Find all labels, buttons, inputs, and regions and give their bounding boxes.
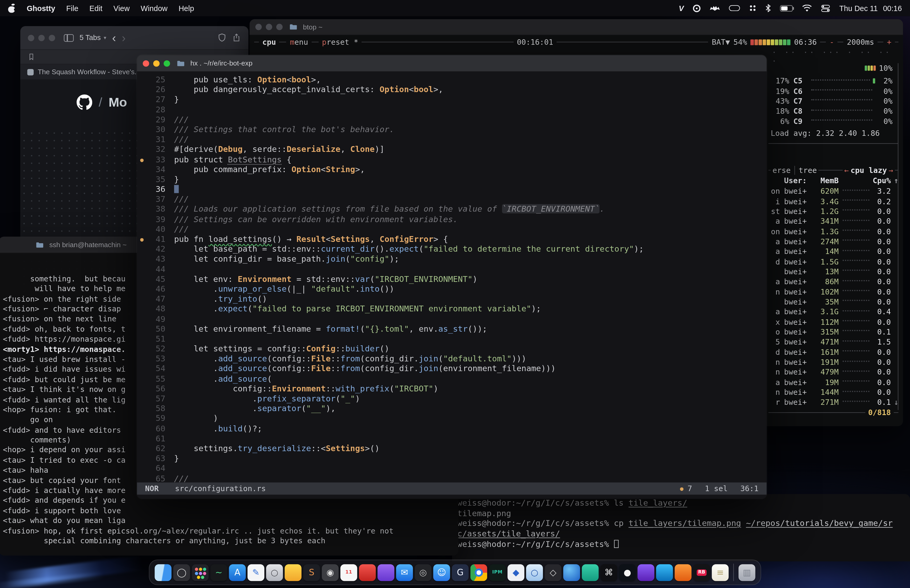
code-line[interactable]: 38/// Loads our application settings fro… xyxy=(137,204,766,214)
process-row[interactable]: nbwei+102M0.0 xyxy=(768,287,899,297)
dock-icon-dark-disc-app[interactable]: ◎ xyxy=(415,564,432,581)
dock-icon-dark-ring-app[interactable]: ◯ xyxy=(173,564,190,581)
dock-icon-teal-app[interactable] xyxy=(582,564,599,581)
code-line[interactable]: 49 xyxy=(137,314,766,324)
shell-lines[interactable]: weiss@hodor:~/r/g/I/c/s/assets% ls tile_… xyxy=(452,494,910,554)
dock-icon-rb-app[interactable]: RB xyxy=(693,564,710,581)
menu-view[interactable]: View xyxy=(113,4,130,12)
process-row[interactable]: xbwei+112M0.0 xyxy=(768,317,899,327)
dock-icon-trash[interactable]: ▥ xyxy=(739,564,755,581)
code-line[interactable]: 45 let env: Environment = std::env::var(… xyxy=(137,274,766,284)
dock-icon-finder[interactable] xyxy=(155,564,171,581)
code-line[interactable]: 48 .expect("failed to parse IRCBOT_ENVIR… xyxy=(137,304,766,314)
menubar-clock[interactable]: Thu Dec 1100:16 xyxy=(839,4,902,12)
capsule-icon[interactable] xyxy=(729,5,740,11)
process-row[interactable]: dbwei+1.5G0.0 xyxy=(768,257,899,267)
dock-icon-launchpad[interactable] xyxy=(192,564,209,581)
close-button[interactable] xyxy=(28,34,34,41)
dock-icon-white-diamond-app[interactable]: ◆ xyxy=(508,564,524,581)
logo-v-icon[interactable]: V xyxy=(679,4,684,12)
forward-button[interactable]: › xyxy=(122,34,126,42)
tab-title[interactable]: The Squash Workflow - Steve's... xyxy=(38,68,141,76)
record-icon[interactable] xyxy=(693,5,701,12)
dock-icon-ipm-app[interactable]: IPM xyxy=(489,564,506,581)
btop-preset-button[interactable]: preset * xyxy=(322,38,358,46)
active-app-name[interactable]: Ghostty xyxy=(27,4,55,12)
process-row[interactable]: obwei+315M0.1 xyxy=(768,327,899,337)
code-line[interactable]: 37/// xyxy=(137,194,766,205)
code-line[interactable]: 53 .add_source(config::File::from(config… xyxy=(137,354,766,364)
code-line[interactable]: 30/// Settings that control the bot's be… xyxy=(137,125,766,135)
dock-icon-appstore[interactable]: A xyxy=(229,564,246,581)
code-line[interactable]: 40/// xyxy=(137,224,766,234)
minimize-button[interactable] xyxy=(38,34,45,41)
bluetooth-icon[interactable] xyxy=(766,4,771,12)
interval-plus-button[interactable]: + xyxy=(887,38,891,46)
close-button[interactable] xyxy=(255,24,262,30)
process-row[interactable]: abwei+341M0.0 xyxy=(768,216,899,226)
code-line[interactable]: ●33pub struct BotSettings { xyxy=(137,155,766,165)
process-row[interactable]: abwei+3.1G0.4 xyxy=(768,307,899,317)
process-row[interactable]: ibwei+3.4G0.2 xyxy=(768,196,899,206)
apple-menu-icon[interactable] xyxy=(8,3,16,13)
code-line[interactable]: 56 config::Environment::with_prefix("IRC… xyxy=(137,384,766,394)
code-line[interactable]: 46 .unwrap_or_else(|_| "default".into()) xyxy=(137,284,766,294)
dock-icon-violet-app[interactable] xyxy=(637,564,654,581)
btop-box-label-cpu[interactable]: cpu xyxy=(262,38,276,46)
process-row[interactable]: rbwei+271M0.1↓ xyxy=(768,397,899,407)
zoom-button[interactable] xyxy=(49,34,55,41)
code-line[interactable]: 54 .add_source(config::File::from(config… xyxy=(137,364,766,374)
scroll-up-icon[interactable]: ↑ xyxy=(891,176,899,185)
code-line[interactable]: 52 let settings = config::Config::builde… xyxy=(137,344,766,354)
code-line[interactable]: 42 let base_path = std::env::current_dir… xyxy=(137,244,766,254)
dock-icon-calendar[interactable]: 11 xyxy=(341,564,357,581)
code-line[interactable]: 43 let config_dir = base_path.join("conf… xyxy=(137,254,766,264)
tab-tree[interactable]: tree xyxy=(798,166,817,174)
code-area[interactable]: 25 pub use_tls: Option<bool>,26 pub dang… xyxy=(137,75,766,483)
dock-icon-facetime[interactable]: ☺ xyxy=(433,564,450,581)
minimize-button[interactable] xyxy=(266,24,272,30)
zoom-button[interactable] xyxy=(164,60,170,66)
code-line[interactable]: 25 pub use_tls: Option<bool>, xyxy=(137,75,766,85)
process-row[interactable]: nbwei+479M0.0 xyxy=(768,367,899,377)
code-line[interactable]: 31/// xyxy=(137,134,766,144)
process-row[interactable]: nbwei+191M0.0 xyxy=(768,357,899,367)
code-line[interactable]: 62 settings.try_deserialize::<Settings>(… xyxy=(137,444,766,454)
code-line[interactable]: 57 .prefix_separator("_") xyxy=(137,394,766,404)
zoom-button[interactable] xyxy=(276,24,283,30)
dock-icon-purple-app[interactable] xyxy=(378,564,394,581)
column-memb[interactable]: MemB xyxy=(813,176,839,185)
dock-icon-red-app[interactable] xyxy=(359,564,376,581)
code-line[interactable]: 35} xyxy=(137,174,766,184)
wifi-icon[interactable] xyxy=(802,5,812,12)
dock-icon-orange-app[interactable] xyxy=(675,564,692,581)
interval-minus-button[interactable]: - xyxy=(829,38,834,46)
shield-icon[interactable] xyxy=(218,33,226,42)
dock-icon-command-app[interactable]: ⌘ xyxy=(600,564,617,581)
menu-help[interactable]: Help xyxy=(178,4,194,12)
process-row[interactable]: onbwei+620M3.2 xyxy=(768,186,899,196)
dock-icon-hexagon-app[interactable]: ◇ xyxy=(545,564,562,581)
dock-icon-dark-s-app[interactable]: S xyxy=(303,564,320,581)
process-row[interactable]: stbwei+1.2G0.0 xyxy=(768,206,899,216)
dock-icon-mail[interactable]: ✉ xyxy=(396,564,413,581)
bookmark-icon[interactable] xyxy=(28,53,35,61)
code-line[interactable]: 39/// Settings can be overridden with en… xyxy=(137,214,766,224)
process-row[interactable]: abwei+274M0.0 xyxy=(768,236,899,246)
tab-reverse[interactable]: erse xyxy=(773,166,791,174)
share-icon[interactable] xyxy=(232,33,241,42)
column-user[interactable]: User: xyxy=(780,176,813,185)
code-line[interactable]: 59 ) xyxy=(137,414,766,424)
process-row[interactable]: abwei+19M0.0 xyxy=(768,377,899,387)
back-button[interactable]: ‹ xyxy=(112,34,116,42)
dock-icon-chrome[interactable] xyxy=(470,564,487,581)
code-line[interactable]: 47 .try_into() xyxy=(137,294,766,304)
process-row[interactable]: dbwei+161M0.0 xyxy=(768,347,899,357)
dock-icon-blue-disc-app[interactable] xyxy=(563,564,580,581)
column-cpu[interactable]: Cpu% xyxy=(872,176,891,185)
code-line[interactable]: 26 pub dangerously_accept_invalid_certs:… xyxy=(137,85,766,95)
process-row[interactable]: abwei+14M0.0 xyxy=(768,246,899,256)
bat-icon[interactable] xyxy=(710,5,719,11)
code-line[interactable]: 58 .separator("__"), xyxy=(137,404,766,414)
code-line[interactable]: 64 xyxy=(137,464,766,473)
